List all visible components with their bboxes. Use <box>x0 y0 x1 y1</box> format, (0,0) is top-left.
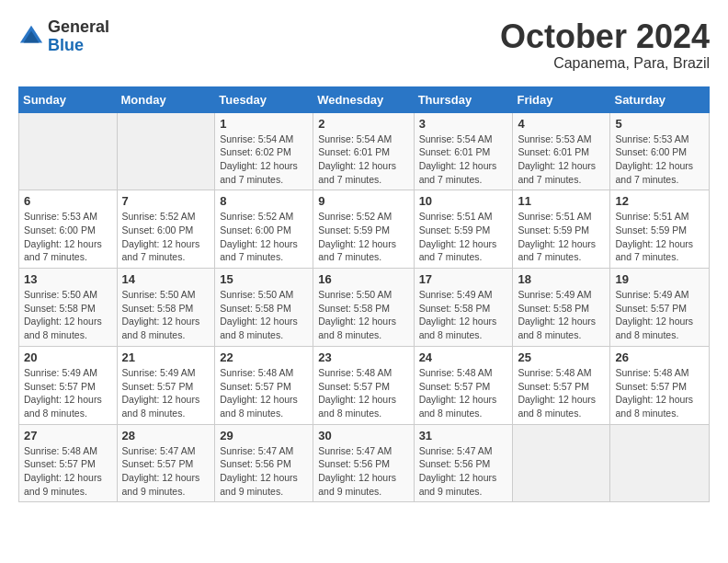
day-number: 26 <box>615 350 704 364</box>
day-number: 20 <box>24 350 112 364</box>
day-cell: 8Sunrise: 5:52 AM Sunset: 6:00 PM Daylig… <box>215 190 313 269</box>
day-cell: 10Sunrise: 5:51 AM Sunset: 5:59 PM Dayli… <box>414 190 513 269</box>
day-detail: Sunrise: 5:49 AM Sunset: 5:58 PM Dayligh… <box>518 288 605 342</box>
day-cell: 9Sunrise: 5:52 AM Sunset: 5:59 PM Daylig… <box>313 190 414 269</box>
day-cell: 2Sunrise: 5:54 AM Sunset: 6:01 PM Daylig… <box>313 112 414 190</box>
day-number: 17 <box>419 272 508 286</box>
day-detail: Sunrise: 5:54 AM Sunset: 6:02 PM Dayligh… <box>220 132 308 187</box>
day-number: 28 <box>122 429 210 442</box>
day-cell: 26Sunrise: 5:48 AM Sunset: 5:57 PM Dayli… <box>610 346 710 424</box>
day-number: 7 <box>122 194 210 208</box>
day-detail: Sunrise: 5:50 AM Sunset: 5:58 PM Dayligh… <box>122 288 210 342</box>
day-cell: 28Sunrise: 5:47 AM Sunset: 5:57 PM Dayli… <box>117 424 215 502</box>
day-cell: 16Sunrise: 5:50 AM Sunset: 5:58 PM Dayli… <box>313 269 414 347</box>
day-cell: 22Sunrise: 5:48 AM Sunset: 5:57 PM Dayli… <box>215 346 313 424</box>
day-number: 8 <box>220 194 308 208</box>
day-cell: 4Sunrise: 5:53 AM Sunset: 6:01 PM Daylig… <box>513 112 610 190</box>
day-number: 12 <box>615 194 704 208</box>
day-number: 9 <box>318 194 408 208</box>
week-row-4: 20Sunrise: 5:49 AM Sunset: 5:57 PM Dayli… <box>19 346 710 424</box>
day-number: 23 <box>318 350 408 364</box>
day-number: 25 <box>518 350 605 364</box>
day-number: 10 <box>419 194 508 208</box>
location-subtitle: Capanema, Para, Brazil <box>500 55 710 72</box>
day-cell: 29Sunrise: 5:47 AM Sunset: 5:56 PM Dayli… <box>215 424 313 502</box>
day-detail: Sunrise: 5:52 AM Sunset: 6:00 PM Dayligh… <box>220 210 308 264</box>
day-cell: 20Sunrise: 5:49 AM Sunset: 5:57 PM Dayli… <box>19 346 118 424</box>
day-number: 30 <box>318 429 408 442</box>
logo-text: General Blue <box>48 18 109 55</box>
day-detail: Sunrise: 5:52 AM Sunset: 6:00 PM Dayligh… <box>122 210 210 264</box>
col-header-saturday: Saturday <box>610 86 710 112</box>
day-detail: Sunrise: 5:47 AM Sunset: 5:56 PM Dayligh… <box>220 444 308 499</box>
day-detail: Sunrise: 5:49 AM Sunset: 5:57 PM Dayligh… <box>615 288 704 342</box>
day-cell: 25Sunrise: 5:48 AM Sunset: 5:57 PM Dayli… <box>513 346 610 424</box>
day-detail: Sunrise: 5:52 AM Sunset: 5:59 PM Dayligh… <box>318 210 408 264</box>
day-detail: Sunrise: 5:53 AM Sunset: 6:01 PM Dayligh… <box>518 132 605 187</box>
day-detail: Sunrise: 5:49 AM Sunset: 5:58 PM Dayligh… <box>419 288 508 342</box>
col-header-monday: Monday <box>117 86 215 112</box>
day-cell <box>117 112 215 190</box>
day-cell: 3Sunrise: 5:54 AM Sunset: 6:01 PM Daylig… <box>414 112 513 190</box>
day-detail: Sunrise: 5:51 AM Sunset: 5:59 PM Dayligh… <box>518 210 605 264</box>
col-header-sunday: Sunday <box>19 86 118 112</box>
week-row-1: 1Sunrise: 5:54 AM Sunset: 6:02 PM Daylig… <box>19 112 710 190</box>
day-cell: 11Sunrise: 5:51 AM Sunset: 5:59 PM Dayli… <box>513 190 610 269</box>
logo: General Blue <box>18 18 109 55</box>
day-detail: Sunrise: 5:50 AM Sunset: 5:58 PM Dayligh… <box>318 288 408 342</box>
day-detail: Sunrise: 5:54 AM Sunset: 6:01 PM Dayligh… <box>318 132 408 187</box>
day-number: 6 <box>24 194 112 208</box>
col-header-friday: Friday <box>513 86 610 112</box>
logo-general: General <box>48 17 109 36</box>
day-detail: Sunrise: 5:54 AM Sunset: 6:01 PM Dayligh… <box>419 132 508 187</box>
day-cell: 1Sunrise: 5:54 AM Sunset: 6:02 PM Daylig… <box>215 112 313 190</box>
week-row-5: 27Sunrise: 5:48 AM Sunset: 5:57 PM Dayli… <box>19 424 710 502</box>
day-detail: Sunrise: 5:50 AM Sunset: 5:58 PM Dayligh… <box>220 288 308 342</box>
day-number: 2 <box>318 117 408 131</box>
day-number: 24 <box>419 350 508 364</box>
day-detail: Sunrise: 5:48 AM Sunset: 5:57 PM Dayligh… <box>419 366 508 420</box>
day-number: 11 <box>518 194 605 208</box>
day-cell: 7Sunrise: 5:52 AM Sunset: 6:00 PM Daylig… <box>117 190 215 269</box>
day-number: 31 <box>419 429 508 442</box>
day-number: 14 <box>122 272 210 286</box>
day-cell: 12Sunrise: 5:51 AM Sunset: 5:59 PM Dayli… <box>610 190 710 269</box>
title-block: October 2024 Capanema, Para, Brazil <box>500 18 710 72</box>
day-cell: 6Sunrise: 5:53 AM Sunset: 6:00 PM Daylig… <box>19 190 118 269</box>
month-year-title: October 2024 <box>500 18 710 55</box>
day-number: 21 <box>122 350 210 364</box>
col-header-thursday: Thursday <box>414 86 513 112</box>
day-number: 4 <box>518 117 605 131</box>
day-cell: 15Sunrise: 5:50 AM Sunset: 5:58 PM Dayli… <box>215 269 313 347</box>
day-detail: Sunrise: 5:48 AM Sunset: 5:57 PM Dayligh… <box>220 366 308 420</box>
day-number: 1 <box>220 117 308 131</box>
day-cell <box>19 112 118 190</box>
calendar-table: SundayMondayTuesdayWednesdayThursdayFrid… <box>18 86 710 503</box>
day-detail: Sunrise: 5:51 AM Sunset: 5:59 PM Dayligh… <box>419 210 508 264</box>
week-row-2: 6Sunrise: 5:53 AM Sunset: 6:00 PM Daylig… <box>19 190 710 269</box>
page-header: General Blue October 2024 Capanema, Para… <box>18 18 710 72</box>
day-cell: 30Sunrise: 5:47 AM Sunset: 5:56 PM Dayli… <box>313 424 414 502</box>
day-number: 5 <box>615 117 704 131</box>
week-row-3: 13Sunrise: 5:50 AM Sunset: 5:58 PM Dayli… <box>19 269 710 347</box>
day-number: 13 <box>24 272 112 286</box>
header-row: SundayMondayTuesdayWednesdayThursdayFrid… <box>19 86 710 112</box>
day-cell: 14Sunrise: 5:50 AM Sunset: 5:58 PM Dayli… <box>117 269 215 347</box>
day-detail: Sunrise: 5:47 AM Sunset: 5:57 PM Dayligh… <box>122 444 210 499</box>
day-detail: Sunrise: 5:53 AM Sunset: 6:00 PM Dayligh… <box>24 210 112 264</box>
day-detail: Sunrise: 5:49 AM Sunset: 5:57 PM Dayligh… <box>24 366 112 420</box>
day-cell: 13Sunrise: 5:50 AM Sunset: 5:58 PM Dayli… <box>19 269 118 347</box>
day-number: 29 <box>220 429 308 442</box>
day-cell: 27Sunrise: 5:48 AM Sunset: 5:57 PM Dayli… <box>19 424 118 502</box>
logo-blue: Blue <box>48 36 84 54</box>
day-cell: 5Sunrise: 5:53 AM Sunset: 6:00 PM Daylig… <box>610 112 710 190</box>
day-number: 3 <box>419 117 508 131</box>
day-detail: Sunrise: 5:49 AM Sunset: 5:57 PM Dayligh… <box>122 366 210 420</box>
day-cell: 24Sunrise: 5:48 AM Sunset: 5:57 PM Dayli… <box>414 346 513 424</box>
day-detail: Sunrise: 5:53 AM Sunset: 6:00 PM Dayligh… <box>615 132 704 187</box>
day-detail: Sunrise: 5:48 AM Sunset: 5:57 PM Dayligh… <box>24 444 112 499</box>
day-cell: 21Sunrise: 5:49 AM Sunset: 5:57 PM Dayli… <box>117 346 215 424</box>
day-cell: 18Sunrise: 5:49 AM Sunset: 5:58 PM Dayli… <box>513 269 610 347</box>
day-cell <box>513 424 610 502</box>
day-detail: Sunrise: 5:48 AM Sunset: 5:57 PM Dayligh… <box>518 366 605 420</box>
